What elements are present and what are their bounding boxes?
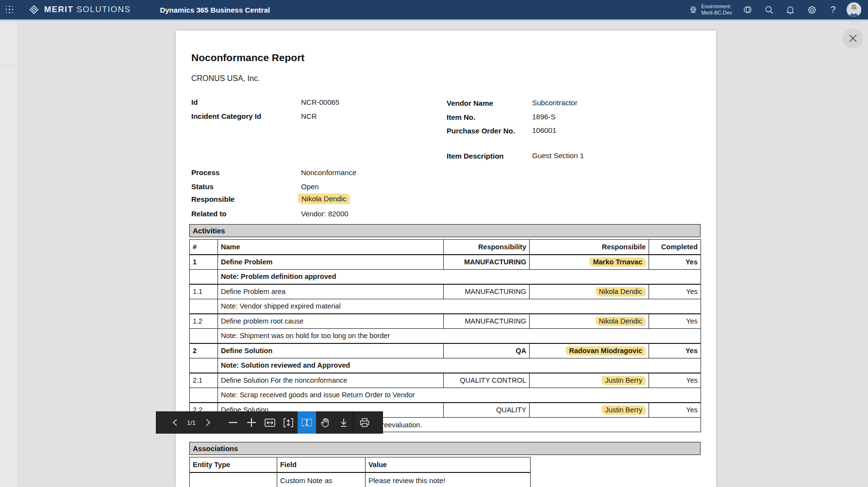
brand-name: MERIT SOLUTIONS — [44, 5, 131, 15]
activity-name: Define problem root cause — [218, 314, 444, 329]
highlighted-responsible-name: Nikola Dendic — [596, 287, 646, 296]
environment-button[interactable]: Environment: Merit-BC-Dev — [684, 3, 737, 16]
field-label-related-to: Related to — [191, 209, 227, 218]
field-label-item-description: Item Description — [447, 151, 504, 161]
merit-solutions-logo: MERIT SOLUTIONS — [28, 4, 131, 16]
previous-page-button[interactable] — [166, 411, 184, 434]
col-header-num: # — [190, 240, 218, 255]
field-value-purchase-order-no: 106001 — [532, 126, 556, 135]
text-selection-tool-button[interactable] — [298, 411, 316, 434]
activity-responsible: Justin Berry — [530, 373, 649, 388]
activity-row: 1.2Define problem root causeMANUFACTURIN… — [190, 314, 701, 329]
company-name: CRONUS USA, Inc. — [191, 74, 260, 83]
brand-name-light: SOLUTIONS — [77, 5, 131, 14]
field-value-id: NCR-00065 — [301, 97, 339, 107]
app-title[interactable]: Dynamics 365 Business Central — [160, 6, 270, 14]
associations-section-header: Associations — [189, 442, 701, 455]
highlighted-responsible-name: Justin Berry — [601, 376, 646, 385]
next-page-button[interactable] — [199, 411, 217, 434]
col-header-name: Name — [218, 240, 444, 255]
fit-width-button[interactable] — [261, 411, 279, 434]
minus-icon — [229, 422, 237, 423]
field-value-item-description: Guest Section 1 — [532, 151, 584, 160]
activity-num: 2 — [190, 343, 218, 358]
pdf-viewer-toolbar: 1/1 — [156, 411, 383, 434]
gear-icon — [807, 5, 817, 15]
activity-note-text: Note: Scrap received goods and issue Ret… — [218, 388, 701, 403]
activity-responsible: Nikola Dendic — [530, 314, 649, 329]
search-icon — [765, 5, 774, 15]
note-num-cell — [190, 299, 218, 314]
environment-label: Environment: — [701, 3, 732, 10]
activity-responsible: Nikola Dendic — [530, 284, 649, 299]
hand-icon — [321, 418, 330, 427]
col-header-completed: Completed — [649, 240, 701, 255]
field-label-incident-category: Incident Category Id — [191, 112, 261, 121]
text-selection-icon — [301, 418, 312, 427]
chevron-left-icon — [172, 419, 178, 426]
avatar-photo-icon — [847, 2, 861, 17]
field-label-vendor-name: Vendor Name — [447, 98, 493, 108]
activity-responsibility: MANUFACTURING — [444, 314, 530, 329]
activity-row: 1Define ProblemMANUFACTURINGMarko Trnava… — [190, 255, 701, 270]
topbar-actions: Environment: Merit-BC-Dev — [684, 0, 868, 19]
col-header-field: Field — [277, 457, 366, 472]
print-button[interactable] — [353, 411, 376, 434]
activity-responsibility: MANUFACTURING — [444, 284, 530, 299]
highlighted-responsible-name: Nikola Dendic — [596, 317, 646, 326]
association-row: Custom Note asPlease review this note! — [190, 472, 531, 487]
activity-note-row: Note: Solution reviewed and Approved — [190, 358, 701, 373]
zoom-in-button[interactable] — [242, 411, 261, 434]
highlighted-responsible-name: Justin Berry — [601, 406, 646, 415]
activities-section-header: Activities — [189, 224, 701, 237]
activities-table: # Name Responsibility Responsibile Compl… — [189, 239, 701, 432]
activities-header-row: # Name Responsibility Responsibile Compl… — [190, 240, 701, 255]
close-icon — [848, 33, 858, 44]
download-icon — [340, 418, 348, 427]
activity-name: Define Solution For the nonconformance — [218, 373, 444, 388]
environment-text: Environment: Merit-BC-Dev — [701, 3, 732, 16]
notifications-button[interactable] — [780, 0, 801, 19]
close-preview-button[interactable] — [843, 28, 863, 49]
pan-tool-button[interactable] — [316, 411, 334, 434]
app-launcher-waffle-icon[interactable] — [0, 0, 19, 19]
activity-completed: Yes — [649, 255, 701, 270]
user-avatar[interactable] — [847, 2, 861, 17]
field-label-responsible: Responsible — [191, 195, 234, 204]
activity-name: Define Solution — [218, 343, 444, 358]
field-value-responsible: Nikola Dendic — [298, 194, 350, 204]
field-value-related-to: Vendor: 82000 — [301, 209, 349, 218]
activity-note-text: Note: Solution reviewed and Approved — [218, 358, 701, 373]
activity-note-row: Note: Scrap received goods and issue Ret… — [190, 388, 701, 403]
field-value-process: Nonconformance — [301, 168, 356, 177]
association-value: Please review this note! — [366, 472, 531, 487]
activity-completed: Yes — [649, 343, 701, 358]
activity-name: Define Problem area — [218, 284, 444, 299]
zoom-out-button[interactable] — [224, 411, 242, 434]
activity-completed: Yes — [649, 403, 701, 418]
highlighted-responsible-name: Marko Trnavac — [589, 258, 646, 267]
topbar-accent-line — [0, 19, 868, 21]
side-panel-divider — [0, 65, 18, 66]
activity-name: Define Problem — [218, 255, 444, 270]
search-button[interactable] — [758, 0, 780, 19]
note-num-cell — [190, 270, 218, 284]
field-value-incident-category: NCR — [301, 112, 317, 121]
activity-responsibility: QA — [444, 343, 530, 358]
help-button[interactable]: ? — [822, 0, 844, 19]
field-label-id: Id — [191, 97, 198, 107]
activity-note-text: Note: Vendor shipped expired material — [218, 299, 701, 314]
bell-icon — [786, 5, 795, 15]
download-button[interactable] — [334, 411, 353, 434]
environment-name: Merit-BC-Dev — [701, 10, 732, 16]
copilot-button[interactable] — [737, 0, 758, 19]
activity-note-row: Note: Shipment was on hold for too long … — [190, 329, 701, 343]
note-num-cell — [190, 329, 218, 343]
activity-responsibility: QUALITY — [444, 403, 530, 418]
field-label-purchase-order-no: Purchase Order No. — [447, 126, 517, 135]
fit-page-button[interactable] — [279, 411, 298, 434]
activity-note-text: Note: Shipment was on hold for too long … — [218, 329, 701, 343]
activity-responsible: Justin Berry — [530, 403, 649, 418]
activity-row: 1.1Define Problem areaMANUFACTURINGNikol… — [190, 284, 701, 299]
settings-button[interactable] — [801, 0, 822, 19]
